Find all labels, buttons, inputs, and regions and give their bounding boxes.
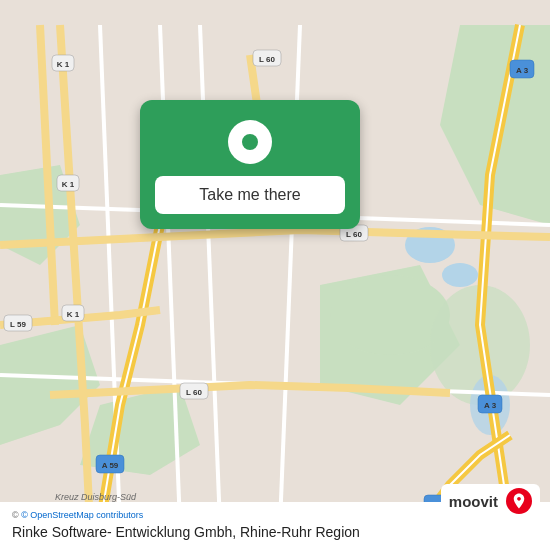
moovit-m-icon xyxy=(510,492,528,510)
svg-text:K 1: K 1 xyxy=(57,60,70,69)
map-svg: L 60 L 60 L 60 K 1 K 1 K 1 A 3 A 3 A 59 xyxy=(0,0,550,550)
svg-text:L 59: L 59 xyxy=(10,320,26,329)
svg-point-8 xyxy=(442,263,478,287)
location-name-text: Rinke Software- Entwicklung Gmbh, Rhine-… xyxy=(12,524,538,540)
moovit-text: moovit xyxy=(449,493,498,510)
take-me-there-button[interactable]: Take me there xyxy=(155,176,345,214)
map-container: L 60 L 60 L 60 K 1 K 1 K 1 A 3 A 3 A 59 xyxy=(0,0,550,550)
svg-text:A 59: A 59 xyxy=(102,461,119,470)
svg-text:K 1: K 1 xyxy=(62,180,75,189)
copyright-symbol: © xyxy=(12,510,19,520)
map-background: L 60 L 60 L 60 K 1 K 1 K 1 A 3 A 3 A 59 xyxy=(0,0,550,550)
location-pin-icon xyxy=(228,120,272,164)
openstreetmap-link[interactable]: © OpenStreetMap contributors xyxy=(21,510,143,520)
svg-text:L 60: L 60 xyxy=(186,388,202,397)
svg-text:L 60: L 60 xyxy=(346,230,362,239)
svg-text:L 60: L 60 xyxy=(259,55,275,64)
svg-text:A 3: A 3 xyxy=(484,401,497,410)
location-card: Take me there xyxy=(140,100,360,229)
svg-text:A 3: A 3 xyxy=(516,66,529,75)
moovit-icon xyxy=(506,488,532,514)
moovit-logo[interactable]: moovit xyxy=(441,484,540,518)
svg-text:Kreuz Duisburg-Süd: Kreuz Duisburg-Süd xyxy=(55,492,137,502)
svg-text:K 1: K 1 xyxy=(67,310,80,319)
